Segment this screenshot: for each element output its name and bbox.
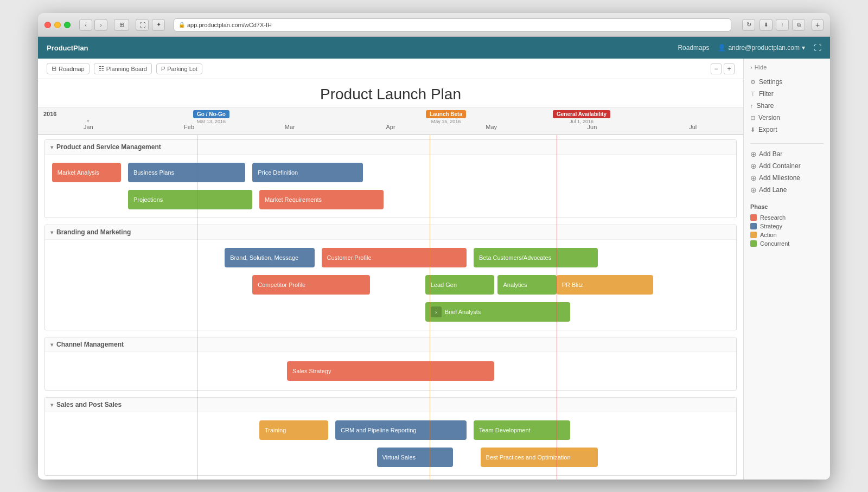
- title-area: Product Launch Plan: [38, 79, 743, 108]
- minimize-button[interactable]: [54, 22, 61, 28]
- sidebar-divider: [750, 143, 824, 144]
- bm-row-2: Competitor Profile Lead Gen Analytics: [45, 271, 736, 298]
- milestone-ga[interactable]: General Availability Jul 1, 2016: [553, 110, 610, 124]
- group-psm: ▾ Product and Service Management Market …: [44, 139, 737, 218]
- share-icon[interactable]: ⛶: [136, 19, 149, 31]
- user-menu[interactable]: 👤 andre@productplan.com ▾: [718, 44, 805, 52]
- bar-sales-strategy[interactable]: Sales Strategy: [287, 361, 494, 381]
- bm-row-1: Brand, Solution, Message Customer Profil…: [45, 244, 736, 271]
- cm-row-1: Sales Strategy: [45, 356, 736, 386]
- version-item[interactable]: ⊟ Version: [750, 112, 824, 124]
- bar-business-plans[interactable]: Business Plans: [128, 163, 246, 182]
- bar-market-requirements[interactable]: Market Requirements: [259, 190, 384, 209]
- new-tab-button[interactable]: +: [812, 19, 824, 31]
- bar-customer-profile[interactable]: Customer Profile: [322, 248, 467, 267]
- export-item[interactable]: ⬇ Export: [750, 124, 824, 136]
- bar-team-development[interactable]: Team Development: [474, 420, 570, 440]
- phase-research: Research: [750, 213, 824, 222]
- back-button[interactable]: ‹: [79, 19, 92, 31]
- app: ProductPlan Roadmaps 👤 andre@productplan…: [38, 37, 830, 480]
- sps-row-1: Training CRM and Pipeline Reporting Team…: [45, 417, 736, 444]
- share-ext-icon[interactable]: ↑: [776, 19, 789, 31]
- group-cm-header[interactable]: ▾ Channel Management: [45, 337, 736, 352]
- browser-titlebar: ‹ › ⊞ ⛶ ✦ 🔒 app.productplan.com/wCd7X-IH…: [38, 13, 830, 37]
- action-dot: [750, 232, 757, 238]
- hide-button[interactable]: › Hide: [750, 64, 824, 71]
- bar-price-definition[interactable]: Price Definition: [252, 163, 363, 182]
- plan-title: Product Launch Plan: [38, 86, 743, 103]
- group-bm-toggle: ▾: [50, 229, 53, 235]
- group-psm-header[interactable]: ▾ Product and Service Management: [45, 140, 736, 155]
- bar-crm-pipeline[interactable]: CRM and Pipeline Reporting: [335, 420, 467, 440]
- zoom-controls: − +: [711, 63, 735, 74]
- roadmap-icon: ⊟: [52, 65, 56, 72]
- tab-button[interactable]: ⊞: [114, 19, 129, 31]
- bar-beta-customers[interactable]: Beta Customers/Advocates: [474, 248, 598, 267]
- add-bar-button[interactable]: ⊕ Add Bar: [750, 148, 824, 160]
- add-lane-icon: ⊕: [750, 186, 757, 194]
- settings-item[interactable]: ⚙ Settings: [750, 76, 824, 88]
- filter-icon: ⊤: [750, 91, 756, 98]
- group-bm-header[interactable]: ▾ Branding and Marketing: [45, 225, 736, 240]
- phase-title: Phase: [750, 203, 824, 210]
- group-sps: ▾ Sales and Post Sales Training: [44, 397, 737, 476]
- add-milestone-button[interactable]: ⊕ Add Milestone: [750, 172, 824, 184]
- expand-icon[interactable]: ⛶: [814, 43, 821, 52]
- browser-window: ‹ › ⊞ ⛶ ✦ 🔒 app.productplan.com/wCd7X-IH…: [38, 13, 830, 480]
- month-jun: Jun: [542, 124, 643, 130]
- planning-board-tab[interactable]: ☷ Planning Board: [94, 63, 152, 74]
- close-button[interactable]: [44, 22, 51, 28]
- app-logo: ProductPlan: [47, 44, 88, 52]
- milestone-launchbeta[interactable]: Launch Beta May 15, 2016: [426, 110, 466, 124]
- month-may: May: [441, 124, 542, 130]
- roadmap-tab[interactable]: ⊟ Roadmap: [47, 63, 90, 74]
- bar-pr-blitz[interactable]: PR Blitz: [557, 275, 653, 295]
- psm-row-1: Market Analysis Business Plans Price Def…: [45, 159, 736, 186]
- milestone-ga-date: Jul 1, 2016: [570, 119, 593, 124]
- group-psm-content: Market Analysis Business Plans Price Def…: [45, 155, 736, 218]
- bar-best-practices[interactable]: Best Practices and Optimization: [481, 448, 598, 467]
- toolbar: ⊟ Roadmap ☷ Planning Board P Parking Lot…: [38, 59, 743, 79]
- parking-lot-tab[interactable]: P Parking Lot: [156, 63, 202, 74]
- bar-brand-solution[interactable]: Brand, Solution, Message: [225, 248, 315, 267]
- bar-market-analysis[interactable]: Market Analysis: [52, 163, 121, 182]
- bar-virtual-sales[interactable]: Virtual Sales: [377, 448, 453, 467]
- research-dot: [750, 214, 757, 221]
- timeline-scroll[interactable]: 2016 Jan ▾ Feb Mar Apr May Jun: [38, 108, 743, 480]
- share-item[interactable]: ↑ Share: [750, 100, 824, 112]
- group-psm-label: Product and Service Management: [56, 143, 161, 151]
- reload-button[interactable]: ↻: [742, 19, 755, 31]
- zoom-in-button[interactable]: +: [724, 63, 735, 74]
- milestone-launchbeta-tag: Launch Beta: [426, 110, 466, 118]
- bar-analytics[interactable]: Analytics: [497, 275, 556, 295]
- bar-brief-analysts[interactable]: › Brief Analysts: [425, 302, 571, 322]
- user-icon: 👤: [718, 44, 726, 52]
- url-bar[interactable]: 🔒 app.productplan.com/wCd7X-IH: [174, 18, 731, 31]
- group-sps-header[interactable]: ▾ Sales and Post Sales: [45, 398, 736, 412]
- bar-competitor-profile[interactable]: Competitor Profile: [252, 275, 370, 295]
- traffic-lights: [44, 22, 71, 28]
- group-cm: ▾ Channel Management Sales Strategy: [44, 337, 737, 391]
- group-bm: ▾ Branding and Marketing Brand, Solution…: [44, 225, 737, 330]
- puzzle-icon[interactable]: ✦: [152, 19, 165, 31]
- settings-icon: ⚙: [750, 79, 756, 86]
- milestone-gonogo-tag: Go / No-Go: [193, 110, 229, 118]
- sidebar-actions: ⚙ Settings ⊤ Filter ↑ Share ⊟ Version: [750, 76, 824, 136]
- chevron-right-icon: ›: [750, 64, 752, 71]
- add-bar-icon: ⊕: [750, 150, 757, 158]
- add-lane-button[interactable]: ⊕ Add Lane: [750, 184, 824, 196]
- zoom-out-button[interactable]: −: [711, 63, 722, 74]
- maximize-button[interactable]: [64, 22, 71, 28]
- bar-training[interactable]: Training: [259, 420, 328, 440]
- fullscreen-icon[interactable]: ⧉: [792, 19, 805, 31]
- sidebar: › Hide ⚙ Settings ⊤ Filter ↑ Share: [743, 59, 830, 480]
- roadmaps-link[interactable]: Roadmaps: [678, 44, 709, 52]
- bar-lead-gen[interactable]: Lead Gen: [425, 275, 494, 295]
- download-icon[interactable]: ⬇: [760, 19, 773, 31]
- milestone-gonogo[interactable]: Go / No-Go Mar 13, 2016: [193, 110, 229, 124]
- filter-item[interactable]: ⊤ Filter: [750, 88, 824, 100]
- bar-projections[interactable]: Projections: [128, 190, 252, 209]
- forward-button[interactable]: ›: [94, 19, 107, 31]
- add-container-button[interactable]: ⊕ Add Container: [750, 160, 824, 172]
- group-cm-toggle: ▾: [50, 342, 53, 348]
